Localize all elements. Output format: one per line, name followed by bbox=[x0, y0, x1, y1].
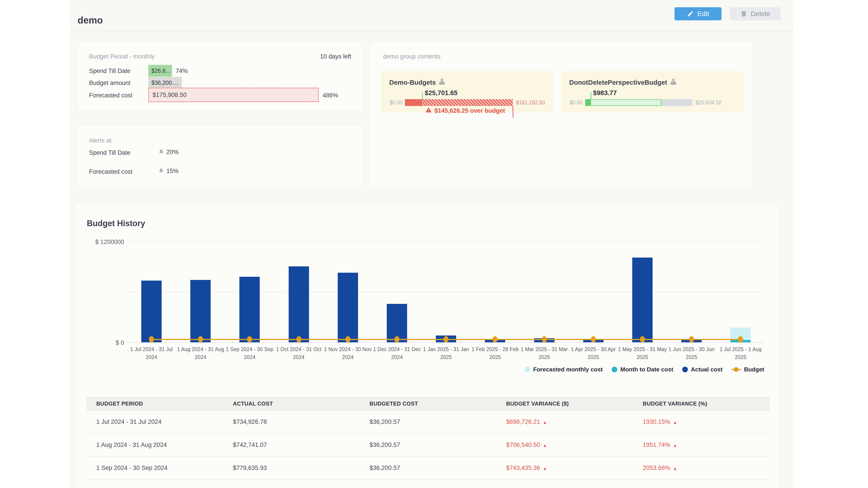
forecasted-cost-label: Forecasted cost bbox=[89, 92, 132, 99]
budget-item-donotdelete[interactable]: DonotDeletePerspectiveBudget $983.77 $0.… bbox=[561, 71, 743, 112]
org-chart-icon bbox=[438, 78, 445, 87]
alert-spend-label: Spend Till Date bbox=[89, 149, 130, 156]
alert-spend-value: 20% bbox=[158, 149, 179, 156]
bar-actual-cost bbox=[190, 280, 211, 342]
content-area: demo Edit Delete Budget Period - monthly… bbox=[70, 0, 793, 488]
col-budget-period: BUDGET PERIOD bbox=[87, 400, 223, 407]
edit-button[interactable]: Edit bbox=[675, 7, 721, 20]
legend-swatch bbox=[525, 367, 530, 372]
up-triangle-icon: ▲ bbox=[673, 443, 677, 448]
table-header-row: BUDGET PERIOD ACTUAL COST BUDGETED COST … bbox=[87, 397, 770, 411]
cell-budgeted-cost: $36,200.57 bbox=[360, 464, 497, 471]
budget-line-point bbox=[542, 336, 547, 343]
spend-till-date-pct: 74% bbox=[176, 68, 188, 74]
budget-line-point bbox=[591, 336, 596, 343]
legend-swatch bbox=[612, 367, 617, 372]
budget-progress-bar bbox=[405, 99, 513, 106]
budget-amount-label: Budget amount bbox=[89, 79, 130, 87]
pencil-icon bbox=[687, 10, 694, 17]
cell-actual-cost: $779,635.93 bbox=[223, 464, 360, 471]
bell-icon bbox=[158, 167, 164, 175]
bell-icon bbox=[158, 149, 164, 156]
budget-history-card: Budget History $ 1200000 $ 0 1 Jul 2024 … bbox=[75, 203, 780, 488]
legend-label: Budget bbox=[744, 366, 764, 373]
bar-actual-cost bbox=[338, 273, 358, 342]
legend-label: Actual cost bbox=[691, 366, 722, 373]
budget-marker-value: $983.77 bbox=[593, 89, 617, 97]
table-row: 1 Sep 2024 - 30 Sep 2024$779,635.93$36,2… bbox=[87, 457, 770, 480]
x-axis-label: 1 Jul 2025 - 1 Aug 2025 bbox=[714, 346, 767, 361]
budget-period-title: Budget Period - monthly bbox=[89, 53, 155, 60]
over-budget-bracket bbox=[513, 106, 513, 118]
cell-budget-period: 1 Jul 2024 - 31 Jul 2024 bbox=[87, 418, 223, 425]
bar-min-label: $0.00 bbox=[390, 99, 403, 106]
warning-icon bbox=[426, 107, 432, 115]
legend-item-actual-cost[interactable]: Actual cost bbox=[682, 366, 722, 373]
budget-amount-chip: $36,200.... bbox=[148, 77, 182, 89]
budget-progress-bar bbox=[585, 99, 692, 106]
budget-line-point bbox=[345, 336, 350, 343]
x-axis-label: 1 Nov 2024 - 30 Nov 2024 bbox=[321, 346, 375, 361]
cell-variance-usd: $743,435.36▲ bbox=[497, 464, 633, 471]
bar-min-label: $0.00 bbox=[569, 99, 583, 106]
col-budgeted-cost: BUDGETED COST bbox=[360, 400, 497, 407]
org-chart-icon bbox=[670, 78, 677, 87]
budget-line-point bbox=[689, 336, 694, 343]
budget-history-table: BUDGET PERIOD ACTUAL COST BUDGETED COST … bbox=[87, 397, 770, 480]
cell-variance-pct: 2053.66%▲ bbox=[633, 464, 770, 471]
bar-actual-cost bbox=[632, 258, 653, 342]
delete-button-label: Delete bbox=[751, 10, 770, 18]
group-contents-title: demo group contents bbox=[383, 53, 440, 60]
budget-item-name-text: DonotDeletePerspectiveBudget bbox=[569, 79, 667, 86]
x-axis-label: 1 Oct 2024 - 31 Oct 2024 bbox=[272, 346, 326, 361]
cell-variance-pct: 1951.74%▲ bbox=[633, 442, 770, 449]
delete-button[interactable]: Delete bbox=[730, 7, 781, 20]
bar-actual-cost bbox=[289, 266, 309, 342]
cell-variance-pct: 1930.15%▲ bbox=[633, 418, 770, 425]
x-axis-label: 1 Dec 2024 - 31 Dec 2024 bbox=[370, 346, 424, 361]
cell-variance-usd: $706,540.50▲ bbox=[497, 442, 633, 449]
up-triangle-icon: ▲ bbox=[543, 420, 547, 425]
alert-spend-pct: 20% bbox=[166, 149, 179, 156]
col-actual-cost: ACTUAL COST bbox=[223, 400, 360, 407]
budget-history-chart: 1 Jul 2024 - 31 Jul 20241 Aug 2024 - 31 … bbox=[127, 241, 765, 342]
x-axis-label: 1 Apr 2025 - 30 Apr 2025 bbox=[567, 346, 620, 361]
x-axis-label: 1 Mar 2025 - 31 Mar 2025 bbox=[518, 346, 571, 361]
y-axis-label-max: $ 1200000 bbox=[86, 238, 124, 246]
forecasted-cost-box: $175,908.50 bbox=[148, 88, 319, 102]
trash-icon bbox=[740, 10, 747, 17]
legend-item-forecasted-monthly-cost[interactable]: Forecasted monthly cost bbox=[525, 366, 603, 373]
budget-line-point bbox=[296, 336, 301, 343]
budget-line-point bbox=[640, 336, 645, 343]
bar-max-label: $161,192.50 bbox=[516, 99, 545, 106]
alerts-title: Alerts at bbox=[89, 137, 112, 144]
budget-item-name: Demo-Budgets bbox=[389, 78, 445, 87]
cell-variance-usd: $698,726.21▲ bbox=[497, 418, 633, 425]
x-axis-label: 1 Jan 2025 - 31 Jan 2025 bbox=[419, 346, 473, 361]
x-axis-label: 1 Aug 2024 - 31 Aug 2024 bbox=[174, 346, 227, 361]
budget-line-swatch bbox=[732, 367, 741, 372]
alerts-card: Alerts at Spend Till Date 20% Forecasted… bbox=[78, 126, 363, 188]
col-variance-pct: BUDGET VARIANCE (%) bbox=[633, 400, 770, 407]
table-row: 1 Aug 2024 - 31 Aug 2024$742,741.07$36,2… bbox=[87, 433, 770, 457]
alert-forecast-value: 15% bbox=[158, 167, 179, 175]
cell-actual-cost: $734,926.78 bbox=[223, 418, 360, 425]
forecasted-cost-pct: 486% bbox=[322, 92, 338, 99]
up-triangle-icon: ▲ bbox=[543, 443, 547, 448]
budget-item-name: DonotDeletePerspectiveBudget bbox=[569, 78, 677, 87]
x-axis-label: 1 Sep 2024 - 30 Sep 2024 bbox=[223, 346, 276, 361]
cell-actual-cost: $742,741.07 bbox=[223, 442, 360, 449]
up-triangle-icon: ▲ bbox=[673, 466, 677, 471]
page-title: demo bbox=[78, 15, 103, 26]
edit-button-label: Edit bbox=[698, 10, 709, 18]
budget-item-demo-budgets[interactable]: Demo-Budgets $25,701.65 $0.00 $161,192.5… bbox=[381, 71, 553, 112]
budget-line-point bbox=[493, 336, 498, 343]
budget-marker-value: $25,701.65 bbox=[425, 89, 458, 97]
legend-item-month-to-date-cost[interactable]: Month to Date cost bbox=[612, 366, 673, 373]
budget-period-card: Budget Period - monthly 10 days left Spe… bbox=[78, 41, 363, 111]
budget-line-point bbox=[247, 336, 252, 343]
cell-budgeted-cost: $36,200.57 bbox=[360, 418, 497, 425]
legend-item-budget[interactable]: Budget bbox=[732, 366, 764, 373]
cell-budget-period: 1 Aug 2024 - 31 Aug 2024 bbox=[87, 442, 223, 449]
bar-actual-cost bbox=[141, 281, 162, 342]
